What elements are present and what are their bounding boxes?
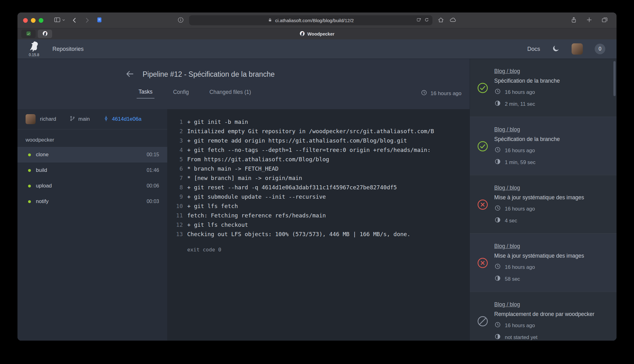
zoom-window-button[interactable] xyxy=(39,18,43,23)
log-line-text: + git init -b main xyxy=(187,117,248,127)
log-line: 4+ git fetch --no-tags --depth=1 --filte… xyxy=(173,145,464,155)
new-tab-button[interactable] xyxy=(586,17,593,24)
woodpecker-brand[interactable]: 0.15.8 xyxy=(29,41,39,57)
log-line: 5From https://git.athaliasoft.com/Blog/b… xyxy=(173,155,464,164)
title-row: Pipeline #12 - Spécification de la branc… xyxy=(17,69,470,80)
build-repo-link[interactable]: Blog / blog xyxy=(494,243,520,250)
step-build[interactable]: build 01:46 xyxy=(17,163,167,178)
build-repo-link[interactable]: Blog / blog xyxy=(494,301,520,308)
log-line: 11fetch: Fetching reference refs/heads/m… xyxy=(173,211,464,220)
author-avatar xyxy=(26,114,36,124)
step-status-dot xyxy=(28,169,31,172)
clock-icon xyxy=(494,88,501,96)
log-line-number: 12 xyxy=(173,220,183,230)
pinned-favicon-1 xyxy=(26,31,31,37)
back-button[interactable] xyxy=(71,17,78,24)
build-message: Mise à jour systématique des images xyxy=(494,253,608,259)
active-tab[interactable]: Woodpecker xyxy=(300,28,334,39)
close-window-button[interactable] xyxy=(23,18,28,23)
page-icon-button[interactable] xyxy=(96,17,103,24)
build-message: Spécification de la branche xyxy=(494,78,608,84)
build-list-item[interactable]: Blog / blog Spécification de la branche … xyxy=(470,117,617,175)
clock-icon xyxy=(494,205,501,213)
page-settings-button[interactable] xyxy=(177,17,184,24)
log-line-text: Initialized empty Git repository in /woo… xyxy=(187,127,434,136)
duration-icon xyxy=(494,158,501,166)
log-line-text: From https://git.athaliasoft.com/Blog/bl… xyxy=(187,155,329,164)
user-avatar[interactable] xyxy=(572,43,583,55)
log-line: 6* branch main -> FETCH_HEAD xyxy=(173,164,464,173)
tab-tasks[interactable]: Tasks xyxy=(137,88,154,99)
log-line-text: Checking out LFS objects: 100% (573/573)… xyxy=(187,230,410,239)
nav-docs-link[interactable]: Docs xyxy=(527,46,540,52)
step-duration: 00:06 xyxy=(147,183,159,189)
step-notify[interactable]: notify 00:03 xyxy=(17,194,167,209)
tab-changed-files[interactable]: Changed files (1) xyxy=(207,89,253,98)
app-content: Pipeline #12 - Spécification de la branc… xyxy=(17,59,617,341)
status-success-icon xyxy=(477,141,489,152)
address-bar[interactable]: ci.athaliasoft.com/Blog/blog/build/12/2 xyxy=(189,15,432,25)
build-list-item[interactable]: Blog / blog Mise à jour systématique des… xyxy=(470,175,617,233)
home-icon xyxy=(437,17,444,24)
git-branch-icon xyxy=(69,115,76,123)
build-list-item[interactable]: Blog / blog Mise à jour systématique des… xyxy=(470,233,617,292)
pinned-tabs xyxy=(21,30,52,38)
workflow-group-label: woodpecker xyxy=(17,129,167,147)
woodpecker-favicon xyxy=(300,31,305,37)
pinned-tab-2[interactable] xyxy=(38,30,52,38)
toolbar-right xyxy=(568,17,611,24)
queue-count-badge[interactable]: 0 xyxy=(595,44,605,54)
build-duration-row: 4 sec xyxy=(494,216,608,225)
log-line-text: * [new branch] main -> origin/main xyxy=(187,173,302,183)
pipeline-time: 16 hours ago xyxy=(421,89,461,98)
url-text: ci.athaliasoft.com/Blog/blog/build/12/2 xyxy=(275,18,354,23)
log-line-number: 7 xyxy=(173,173,183,183)
build-time-row: 16 hours ago xyxy=(494,146,608,154)
minimize-window-button[interactable] xyxy=(31,18,36,23)
log-line: 8+ git reset --hard -q 4614d1e06a3dabf31… xyxy=(173,183,464,192)
commit-group: 4614d1e06a xyxy=(103,115,142,123)
reload-button[interactable] xyxy=(424,17,429,23)
build-list-item[interactable]: Blog / blog Spécification de la branche … xyxy=(470,59,617,117)
step-upload[interactable]: upload 00:06 xyxy=(17,178,167,194)
clock-icon xyxy=(421,89,427,98)
tab-config[interactable]: Config xyxy=(171,89,191,98)
build-duration-row: 58 sec xyxy=(494,275,608,283)
build-duration-row: 2 min, 11 sec xyxy=(494,100,608,108)
build-repo-link[interactable]: Blog / blog xyxy=(494,68,520,75)
status-failure-icon xyxy=(477,257,489,269)
step-duration: 01:46 xyxy=(147,167,159,173)
build-area: richard main 4614 xyxy=(17,109,470,341)
sidebar-toggle-button[interactable] xyxy=(54,16,66,24)
commit-link[interactable]: 4614d1e06a xyxy=(112,116,142,122)
log-line-text: + git fetch --no-tags --depth=1 --filter… xyxy=(187,145,431,155)
sidebar-scrollbar[interactable] xyxy=(613,61,616,96)
icloud-tabs-button[interactable] xyxy=(449,16,457,25)
tab-overview-button[interactable] xyxy=(601,17,608,24)
recent-builds-sidebar: Blog / blog Spécification de la branche … xyxy=(470,59,617,341)
share-icon xyxy=(570,17,577,24)
forward-button[interactable] xyxy=(84,17,90,24)
build-list-item[interactable]: Blog / blog Remplacement de drone par wo… xyxy=(470,292,617,341)
log-line-number: 3 xyxy=(173,136,183,145)
theme-toggle-button[interactable] xyxy=(552,45,560,53)
step-clone[interactable]: clone 00:15 xyxy=(17,147,167,163)
log-line-text: + git remote add origin https://git.atha… xyxy=(187,136,407,145)
moon-icon xyxy=(552,45,560,53)
duration-icon xyxy=(494,275,501,283)
back-to-builds-button[interactable] xyxy=(125,69,134,80)
build-duration: 1 min, 59 sec xyxy=(505,159,535,165)
reload-icon xyxy=(424,17,429,23)
home-button[interactable] xyxy=(437,17,444,24)
traffic-lights xyxy=(23,18,43,23)
chevron-down-icon xyxy=(62,18,66,23)
extension-button[interactable] xyxy=(416,17,422,23)
share-button[interactable] xyxy=(570,17,577,24)
arrow-left-icon xyxy=(125,69,134,80)
status-success-icon xyxy=(477,82,489,94)
build-repo-link[interactable]: Blog / blog xyxy=(494,126,520,133)
duration-icon xyxy=(494,216,501,225)
build-repo-link[interactable]: Blog / blog xyxy=(494,185,520,191)
pinned-tab-1[interactable] xyxy=(21,30,36,38)
nav-repositories-link[interactable]: Repositories xyxy=(52,46,84,52)
